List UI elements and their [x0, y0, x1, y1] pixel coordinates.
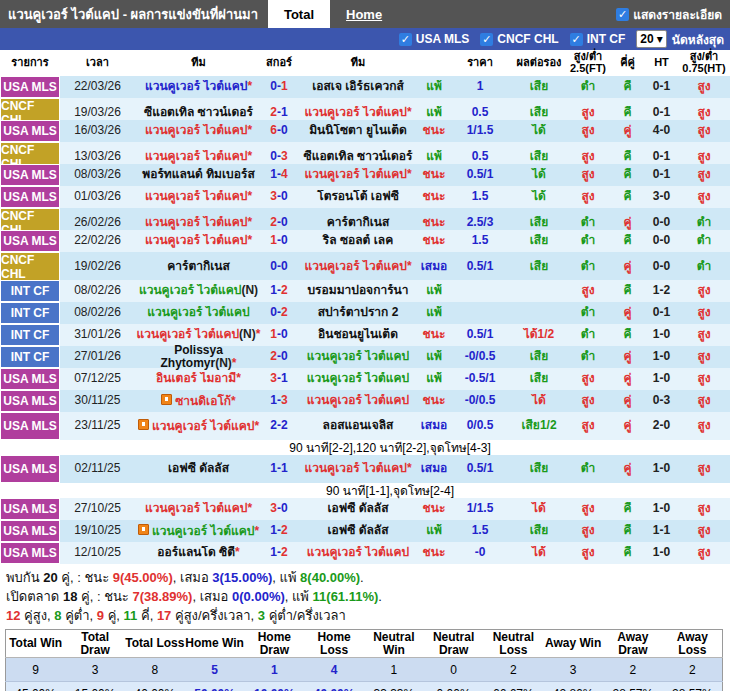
over-under-ht: สูง [678, 372, 730, 385]
away-team: แวนคูเวอร์ ไวต์แคป* [296, 462, 420, 475]
over-under-ht: สูง [678, 462, 730, 475]
tracked-team-star: * [254, 524, 259, 538]
ht-score: 0-3 [645, 394, 678, 407]
odd-even: คี่ [610, 106, 645, 119]
match-date: 07/12/25 [60, 372, 135, 385]
match-row: CNCF CHL13/03/26แวนคูเวอร์ ไวต์แคป*0-3ซี… [0, 142, 730, 164]
league-badge: USA MLS [0, 412, 60, 440]
checkbox-checked-icon[interactable]: ✓ [570, 33, 583, 46]
handicap-result: เสีย [512, 216, 566, 229]
handicap-odds: -0/0.5 [448, 394, 512, 407]
stats-header: Home Loss [304, 630, 364, 658]
checkbox-checked-icon[interactable]: ✓ [399, 33, 412, 46]
over-under-ft: ต่ำ [566, 234, 610, 247]
tracked-team-star: * [247, 124, 252, 137]
handicap-result: เสีย [512, 372, 566, 385]
tracked-team-star: * [247, 502, 252, 515]
cup-icon [138, 419, 149, 430]
handicap-result: ได้ [512, 502, 566, 515]
match-count-select[interactable]: 20 ▾ [636, 30, 666, 48]
handicap-result: ได้ [512, 546, 566, 559]
match-result: แพ้ [420, 350, 448, 363]
stats-count: 0 [424, 658, 484, 682]
table-header-row: รายการเวลาทีมสกอร์ทีมราคาผลต่อรองสูง/ต่ำ… [0, 50, 730, 76]
home-team: แวนคูเวอร์ ไวต์แคป(N)* [135, 328, 262, 341]
match-count-suffix-label: นัดหลังสุด [672, 30, 724, 49]
tracked-team-star: * [256, 328, 261, 341]
ht-score: 0-0 [645, 234, 678, 247]
over-under-ht: สูง [678, 190, 730, 203]
ht-score: 0-1 [645, 80, 678, 93]
match-date: 19/10/25 [60, 524, 135, 537]
home-team: แวนคูเวอร์ ไวต์แคป* [135, 419, 262, 433]
handicap-result: ได้ [512, 124, 566, 137]
stats-percent: 42.86% [543, 682, 603, 691]
stats-count: 3 [65, 658, 125, 682]
odd-even: คี่ [610, 546, 645, 559]
tracked-team-star: * [232, 356, 237, 370]
match-score: 2-0 [262, 216, 296, 229]
match-row: USA MLS27/10/25แวนคูเวอร์ ไวต์แคป*3-0เอฟ… [0, 498, 730, 520]
stats-percent: 10.00% [245, 682, 305, 691]
over-under-ht: สูง [678, 419, 730, 432]
match-result: ชนะ [420, 190, 448, 203]
match-date: 01/03/26 [60, 190, 135, 203]
ht-score: 0-1 [645, 106, 678, 119]
home-team: Polissya Zhytomyr(N)* [135, 344, 262, 370]
handicap-result: เสีย [512, 106, 566, 119]
over-under-ft: สูง [566, 150, 610, 163]
stats-header: Home Draw [245, 630, 305, 658]
stats-percent: 50.00% [185, 682, 245, 691]
over-under-ht: สูง [678, 306, 730, 319]
match-date: 30/11/25 [60, 394, 135, 407]
stats-percent: 33.33% [364, 682, 424, 691]
match-row: USA MLS30/11/25ซานดิเอโก้*1-3แวนคูเวอร์ … [0, 390, 730, 412]
league-badge: USA MLS [0, 498, 60, 520]
away-team: โตรอนโต้ เอฟซี [296, 190, 420, 203]
match-row: USA MLS01/03/26แวนคูเวอร์ ไวต์แคป*3-0โตร… [0, 186, 730, 208]
handicap-odds: 1/1.5 [448, 124, 512, 137]
league-filter-int-cf[interactable]: ✓INT CF [570, 32, 626, 46]
home-team: แวนคูเวอร์ ไวต์แคป(N) [135, 284, 262, 297]
home-team: แวนคูเวอร์ ไวต์แคป* [135, 150, 262, 163]
match-score: 2-0 [262, 350, 296, 363]
show-details-checkbox[interactable]: ✓ [616, 8, 629, 21]
checkbox-checked-icon[interactable]: ✓ [480, 33, 493, 46]
tab-home[interactable]: Home [330, 0, 398, 28]
league-filter-cncf-chl[interactable]: ✓CNCF CHL [480, 32, 558, 46]
over-under-ft: สูง [566, 106, 610, 119]
match-row: USA MLS12/10/25ออร์แลนโด ซิตี้*1-2แวนคูเ… [0, 542, 730, 564]
league-filter-usa-mls[interactable]: ✓USA MLS [399, 32, 470, 46]
match-result: แพ้ [420, 106, 448, 119]
stats-header: Away Loss [663, 630, 723, 658]
home-team: แวนคูเวอร์ ไวต์แคป* [135, 190, 262, 203]
league-badge: INT CF [0, 302, 60, 324]
over-under-ft: สูง [566, 419, 610, 432]
stats-percent: 28.57% [663, 682, 723, 691]
tab-total[interactable]: Total [268, 0, 330, 28]
home-team: คาร์ตากิเนส [135, 260, 262, 273]
match-date: 13/03/26 [60, 150, 135, 163]
match-result: ชนะ [420, 394, 448, 407]
handicap-odds: 0.5/1 [448, 168, 512, 181]
summary-line-3: 12 คู่สูง, 8 คู่ต่ำ, 9 คู่, 11 คี่, 17 ค… [6, 606, 724, 625]
tracked-team-star: * [247, 80, 252, 93]
extra-time-note: 90 นาที[2-2],120 นาที[2-2],จุดโทษ[4-3] [0, 440, 730, 455]
handicap-result: เสีย [512, 260, 566, 273]
ht-score: 1-0 [645, 462, 678, 475]
odd-even: คู่ [610, 462, 645, 475]
match-result: แพ้ [420, 284, 448, 297]
stats-percent: 15.00% [65, 682, 125, 691]
match-row: USA MLS22/03/26แวนคูเวอร์ ไวต์แคป*0-1เอส… [0, 76, 730, 98]
stats-header: Total Draw [65, 630, 125, 658]
match-row: INT CF08/02/26แวนคูเวอร์ ไวต์แคป0-2สปาร์… [0, 302, 730, 324]
match-date: 22/03/26 [60, 80, 135, 93]
ht-score: 0-1 [645, 306, 678, 319]
over-under-ht: สูง [678, 168, 730, 181]
match-score: 0-1 [262, 80, 296, 93]
odd-even: คู่ [610, 260, 645, 273]
away-team: มินนิโซตา ยูไนเต็ด [296, 124, 420, 137]
away-team: แวนคูเวอร์ ไวต์แคป [296, 394, 420, 407]
stats-percent: 45.00% [6, 682, 66, 691]
over-under-ht: สูง [678, 394, 730, 407]
